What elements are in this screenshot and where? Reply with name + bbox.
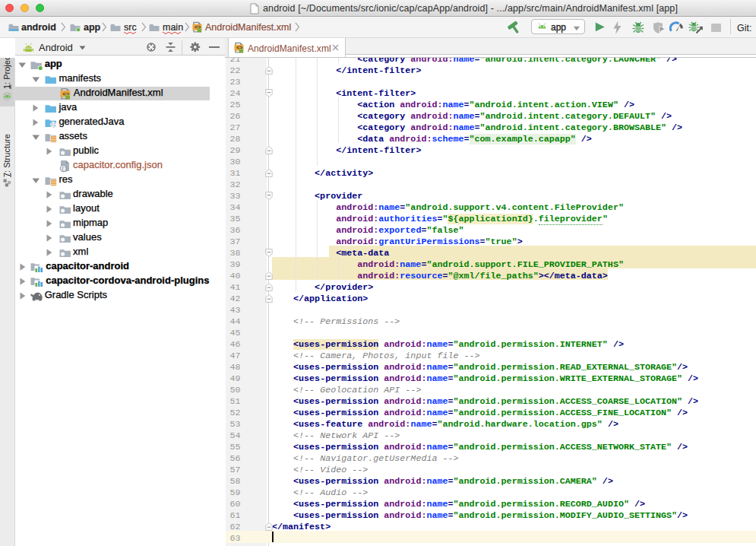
svg-text:7: Structure: 7: Structure bbox=[2, 134, 11, 177]
svg-text:{}: {} bbox=[61, 166, 67, 172]
svg-text:1: Project: 1: Project bbox=[2, 54, 11, 89]
